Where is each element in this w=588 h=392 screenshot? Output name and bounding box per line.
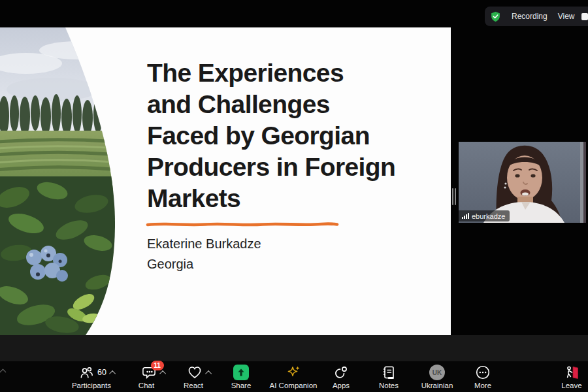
- chat-label: Chat: [139, 382, 154, 389]
- participants-icon: [79, 365, 94, 380]
- notes-icon: [381, 365, 397, 380]
- shared-screen-slide: The Experiences and Challenges Faced by …: [0, 27, 451, 335]
- heart-react-icon: [187, 365, 203, 380]
- interpretation-label: Ukrainian: [421, 382, 453, 389]
- meeting-controls-pill: Recording View: [485, 7, 588, 26]
- ai-companion-sparkle-icon: [286, 365, 302, 381]
- slide-title-line: Producers in Foreign: [147, 152, 395, 183]
- participant-name: eburkadze: [472, 212, 505, 220]
- react-label: React: [184, 382, 203, 389]
- participants-count: 60: [97, 368, 106, 377]
- leave-meeting-icon: [564, 365, 580, 381]
- participants-label: Participants: [72, 382, 111, 389]
- chat-unread-badge: 11: [151, 361, 164, 370]
- apps-label: Apps: [333, 382, 350, 389]
- presenter-country: Georgia: [147, 254, 261, 274]
- participant-name-tag: eburkadze: [459, 210, 510, 221]
- connection-signal-icon: [462, 213, 469, 219]
- recording-indicator: Recording: [512, 12, 547, 21]
- participant-video-tile[interactable]: eburkadze: [459, 142, 586, 223]
- slide-title-line: The Experiences: [147, 57, 395, 89]
- view-layout-icon[interactable]: [581, 13, 588, 20]
- apps-icon: [333, 365, 349, 380]
- share-screen-icon: [233, 365, 249, 380]
- more-label: More: [474, 382, 491, 389]
- participants-chevron[interactable]: [109, 370, 116, 376]
- blueberry-farm-photo: [0, 27, 124, 335]
- presenter-name: Ekaterine Burkadze: [147, 234, 261, 254]
- accent-underline: [145, 221, 340, 227]
- interpretation-language-icon: UK: [429, 365, 445, 380]
- ai-companion-label: AI Companion: [270, 382, 318, 389]
- meeting-stage: Recording View: [0, 0, 588, 392]
- slide-presenter-block: Ekaterine Burkadze Georgia: [147, 234, 261, 274]
- react-chevron[interactable]: [205, 370, 212, 376]
- slide-title-line: Faced by Georgian: [147, 120, 395, 152]
- audio-options-chevron[interactable]: [0, 369, 6, 376]
- view-button-label[interactable]: View: [558, 12, 575, 21]
- panel-divider-handle[interactable]: [452, 188, 457, 205]
- more-ellipsis-icon: [475, 365, 491, 380]
- more-button[interactable]: More: [453, 364, 512, 389]
- stage-lower-band: [0, 335, 588, 361]
- leave-button[interactable]: Leave: [542, 364, 588, 389]
- meeting-toolbar: 60 Participants 11 Chat: [0, 361, 588, 392]
- slide-title-line: Markets: [147, 183, 395, 214]
- security-shield-icon[interactable]: [490, 11, 501, 22]
- notes-label: Notes: [379, 382, 399, 389]
- leave-label: Leave: [561, 382, 581, 389]
- share-label: Share: [231, 382, 252, 389]
- participants-button[interactable]: 60 Participants: [57, 364, 125, 389]
- slide-title: The Experiences and Challenges Faced by …: [147, 57, 395, 214]
- slide-title-line: and Challenges: [147, 89, 395, 120]
